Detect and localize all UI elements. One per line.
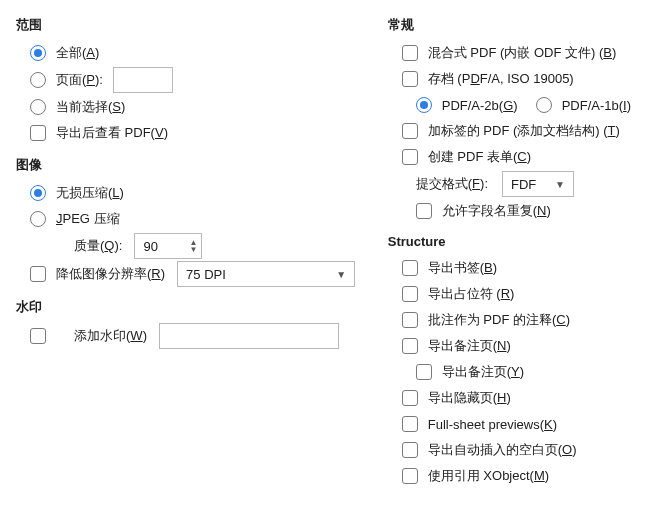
quality-label: 质量(Q): [74, 237, 122, 255]
structure-title: Structure [388, 234, 631, 249]
reduce-resolution-label: 降低图像分辨率(R) [56, 265, 165, 283]
pdfa2b-radio[interactable] [416, 97, 432, 113]
hybrid-pdf-check[interactable] [402, 45, 418, 61]
spinner-buttons-icon[interactable]: ▲▼ [190, 239, 198, 253]
range-all-label: 全部(A) [56, 44, 99, 62]
create-form-label: 创建 PDF 表单(C) [428, 148, 531, 166]
watermark-check[interactable] [30, 328, 46, 344]
tagged-pdf-label: 加标签的 PDF (添加文档结构) (T) [428, 122, 620, 140]
dpi-value: 75 DPI [186, 267, 226, 282]
fullsheet-previews-check[interactable] [402, 416, 418, 432]
export-notes-pages-label: 导出备注页(N) [428, 337, 511, 355]
range-pages-label: 页面(P): [56, 71, 103, 89]
reduce-resolution-check[interactable] [30, 266, 46, 282]
chevron-down-icon: ▼ [555, 179, 565, 190]
view-after-export-label: 导出后查看 PDF(V) [56, 124, 168, 142]
comments-as-annotations-label: 批注作为 PDF 的注释(C) [428, 311, 570, 329]
quality-spinner[interactable]: 90 ▲▼ [134, 233, 202, 259]
allow-dup-fields-check[interactable] [416, 203, 432, 219]
range-pages-radio[interactable] [30, 72, 46, 88]
submit-format-value: FDF [511, 177, 536, 192]
export-auto-blank-check[interactable] [402, 442, 418, 458]
fullsheet-previews-label: Full-sheet previews(K) [428, 417, 557, 432]
submit-format-label: 提交格式(F): [416, 175, 488, 193]
archive-label: 存档 (PDF/A, ISO 19005) [428, 70, 574, 88]
create-form-check[interactable] [402, 149, 418, 165]
export-bookmarks-label: 导出书签(B) [428, 259, 497, 277]
pdfa1b-radio[interactable] [536, 97, 552, 113]
chevron-down-icon: ▼ [336, 269, 346, 280]
general-title: 常规 [388, 16, 631, 34]
pdfa2b-label: PDF/A-2b(G) [442, 98, 518, 113]
hybrid-pdf-label: 混合式 PDF (内嵌 ODF 文件) (B) [428, 44, 617, 62]
archive-check[interactable] [402, 71, 418, 87]
allow-dup-fields-label: 允许字段名重复(N) [442, 202, 551, 220]
export-bookmarks-check[interactable] [402, 260, 418, 276]
comments-as-annotations-check[interactable] [402, 312, 418, 328]
watermark-title: 水印 [16, 298, 388, 316]
pdfa1b-label: PDF/A-1b(I) [562, 98, 631, 113]
range-all-radio[interactable] [30, 45, 46, 61]
export-hidden-pages-label: 导出隐藏页(H) [428, 389, 511, 407]
lossless-label: 无损压缩(L) [56, 184, 124, 202]
export-auto-blank-label: 导出自动插入的空白页(O) [428, 441, 577, 459]
view-after-export-check[interactable] [30, 125, 46, 141]
range-title: 范围 [16, 16, 388, 34]
use-xobject-label: 使用引用 XObject(M) [428, 467, 549, 485]
use-xobject-check[interactable] [402, 468, 418, 484]
export-only-notes-pages-label: 导出备注页(Y) [442, 363, 524, 381]
dpi-select[interactable]: 75 DPI ▼ [177, 261, 355, 287]
range-selection-label: 当前选择(S) [56, 98, 125, 116]
tagged-pdf-check[interactable] [402, 123, 418, 139]
submit-format-select[interactable]: FDF ▼ [502, 171, 574, 197]
image-title: 图像 [16, 156, 388, 174]
export-placeholders-label: 导出占位符 (R) [428, 285, 515, 303]
watermark-input[interactable] [159, 323, 339, 349]
jpeg-label: JPEG 压缩 [56, 210, 120, 228]
range-selection-radio[interactable] [30, 99, 46, 115]
export-hidden-pages-check[interactable] [402, 390, 418, 406]
export-notes-pages-check[interactable] [402, 338, 418, 354]
quality-value: 90 [143, 239, 157, 254]
watermark-label: 添加水印(W) [74, 327, 147, 345]
lossless-radio[interactable] [30, 185, 46, 201]
jpeg-radio[interactable] [30, 211, 46, 227]
range-pages-input[interactable] [113, 67, 173, 93]
export-only-notes-pages-check[interactable] [416, 364, 432, 380]
export-placeholders-check[interactable] [402, 286, 418, 302]
